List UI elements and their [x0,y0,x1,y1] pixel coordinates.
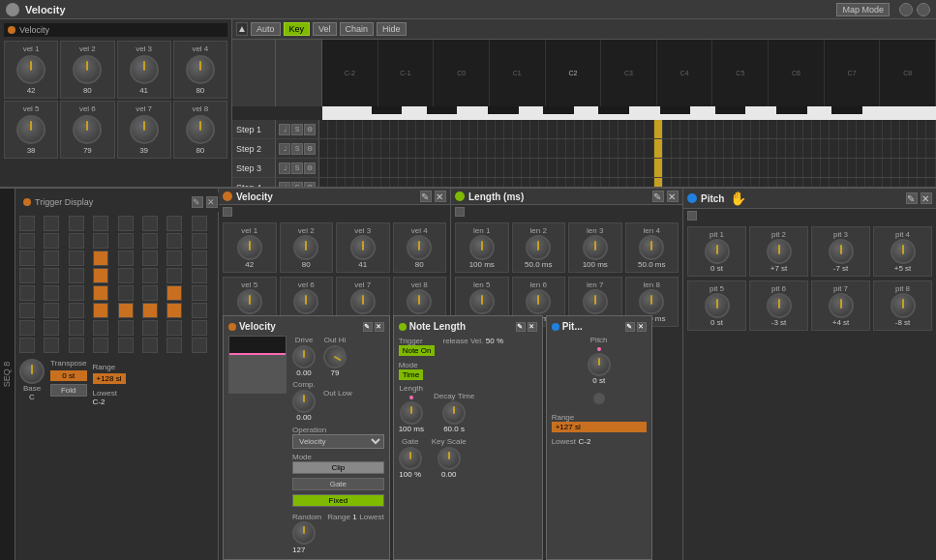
trigger-cell-6-5[interactable] [118,303,134,318]
step-cell-1-1[interactable] [319,120,328,138]
pitch-list-icon[interactable] [687,211,697,221]
len-edit-icon[interactable]: ✎ [652,191,664,202]
step-cell-1-43[interactable] [689,120,698,138]
step-cell-3-13[interactable] [425,159,434,177]
step-cell-3-39[interactable] [654,159,663,177]
step-cell-3-47[interactable] [724,159,733,177]
step-cell-1-11[interactable] [408,120,416,138]
step-cell-1-17[interactable] [461,120,469,138]
step-cell-2-54[interactable] [786,139,795,158]
step-cell-3-2[interactable] [328,159,337,177]
trigger-cell-1-2[interactable] [44,216,59,231]
trigger-cell-2-7[interactable] [166,233,182,249]
step-cell-1-19[interactable] [478,120,487,138]
trigger-cell-1-7[interactable] [166,216,182,231]
top-vel-knob-ctrl-6[interactable] [73,115,102,144]
step-cell-3-18[interactable] [469,159,478,177]
step-cell-2-10[interactable] [399,139,408,158]
len-module-grid-ctrl-2[interactable] [526,235,551,260]
step-cell-2-8[interactable] [381,139,390,158]
step-cell-4-63[interactable] [865,178,874,187]
step-cell-4-30[interactable] [575,178,584,187]
step-cell-3-20[interactable] [487,159,496,177]
top-vel-knob-ctrl-2[interactable] [73,55,102,84]
trigger-cell-5-6[interactable] [142,285,158,301]
pitch-module-grid-ctrl-3[interactable] [829,239,854,264]
trigger-edit-icon[interactable]: ✎ [192,196,203,208]
step-cell-3-24[interactable] [522,159,530,177]
step-cell-3-31[interactable] [584,159,592,177]
step-cell-4-54[interactable] [786,178,795,187]
step-cell-4-66[interactable] [891,178,900,187]
step-cell-2-65[interactable] [883,139,891,158]
step-cell-4-9[interactable] [390,178,399,187]
step-cell-2-20[interactable] [487,139,496,158]
step-cell-1-36[interactable] [627,120,636,138]
step-cell-3-49[interactable] [742,159,751,177]
step-cell-1-14[interactable] [434,120,442,138]
step-cell-3-61[interactable] [848,159,857,177]
step-cell-1-64[interactable] [874,120,883,138]
step-cell-4-26[interactable] [539,178,548,187]
step-cell-4-56[interactable] [803,178,812,187]
step-cell-4-40[interactable] [663,178,672,187]
clip-btn[interactable]: Clip [292,461,384,474]
trigger-cell-1-6[interactable] [142,216,158,231]
step-cell-4-49[interactable] [742,178,751,187]
trigger-cell-5-8[interactable] [192,285,207,301]
trigger-cell-6-7[interactable] [166,303,182,318]
step-cell-2-53[interactable] [777,139,786,158]
redo-icon[interactable] [917,3,930,16]
trigger-cell-3-2[interactable] [44,251,59,266]
step-cell-3-16[interactable] [451,159,460,177]
step-cell-4-12[interactable] [416,178,425,187]
len-module-grid-ctrl-8[interactable] [639,289,664,314]
step-cell-4-32[interactable] [592,178,601,187]
step-cell-2-14[interactable] [434,139,442,158]
step-cell-3-3[interactable] [337,159,346,177]
step-cell-1-34[interactable] [610,120,619,138]
step-cell-4-52[interactable] [769,178,777,187]
step-cell-4-47[interactable] [724,178,733,187]
step-cell-2-45[interactable] [707,139,715,158]
step-cell-1-10[interactable] [399,120,408,138]
step-cell-2-58[interactable] [821,139,830,158]
vel-edit-icon[interactable]: ✎ [420,191,432,202]
step-cell-2-39[interactable] [654,139,663,158]
step-cell-4-2[interactable] [328,178,337,187]
step-cell-2-67[interactable] [900,139,909,158]
step-cell-4-28[interactable] [558,178,566,187]
step-cell-4-62[interactable] [857,178,865,187]
step-cfg-btn-1[interactable]: ⚙ [304,124,316,135]
step-cell-4-31[interactable] [584,178,592,187]
step-cell-1-35[interactable] [619,120,627,138]
step-cell-3-40[interactable] [663,159,672,177]
step-cell-1-37[interactable] [636,120,645,138]
step-cell-2-7[interactable] [373,139,381,158]
length-knob[interactable] [400,401,423,425]
step-cell-1-68[interactable] [909,120,918,138]
len-module-grid-ctrl-5[interactable] [469,289,495,314]
step-cell-2-30[interactable] [575,139,584,158]
step-cell-3-51[interactable] [760,159,769,177]
seq-key-btn[interactable]: Key [284,22,311,36]
step-cell-4-29[interactable] [566,178,575,187]
step-cell-4-61[interactable] [848,178,857,187]
trigger-cell-4-8[interactable] [192,268,207,283]
step-cell-4-5[interactable] [354,178,363,187]
step-cell-4-41[interactable] [672,178,680,187]
step-cell-1-62[interactable] [857,120,865,138]
trigger-cell-1-8[interactable] [192,216,207,231]
step-cell-2-9[interactable] [390,139,399,158]
step-cell-1-38[interactable] [645,120,653,138]
len-module-grid-ctrl-4[interactable] [639,235,664,260]
step-cell-2-21[interactable] [496,139,504,158]
step-cell-4-13[interactable] [425,178,434,187]
step-cell-2-49[interactable] [742,139,751,158]
step-cell-4-58[interactable] [821,178,830,187]
step-cell-1-4[interactable] [346,120,354,138]
step-cell-3-36[interactable] [627,159,636,177]
vel-module-grid-ctrl-5[interactable] [237,289,262,314]
step-cfg-btn-2[interactable]: ⚙ [304,143,316,155]
step-cell-1-66[interactable] [891,120,900,138]
